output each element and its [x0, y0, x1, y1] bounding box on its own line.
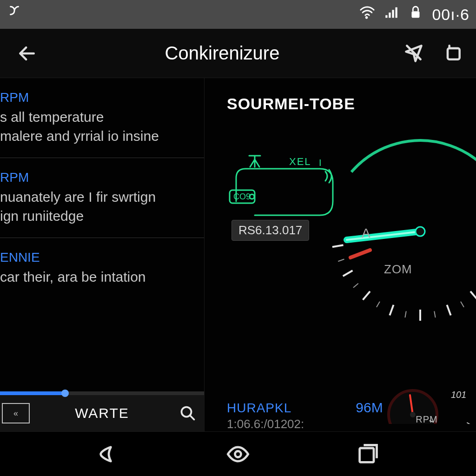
system-status-bar: 00ı·6	[0, 0, 476, 29]
power-button[interactable]	[443, 42, 463, 65]
svg-line-13	[434, 311, 435, 317]
eye-icon	[226, 442, 250, 466]
diagram-co-label: CO9	[233, 192, 251, 201]
android-nav-bar	[0, 431, 476, 476]
diagram-xel-label: XEL	[289, 156, 311, 167]
nav-recents-button[interactable]	[347, 440, 389, 468]
gauge-a-label: A	[362, 226, 370, 241]
list-item-title: ENNIE	[0, 250, 195, 265]
svg-line-5	[470, 291, 476, 300]
speed-gauge: 1 A ZOM	[323, 134, 476, 329]
search-icon	[179, 405, 196, 422]
svg-line-6	[447, 305, 450, 316]
main-content: RPM s all temperature malere and yrrial …	[0, 78, 476, 431]
svg-line-15	[377, 302, 380, 307]
list-item-title: RPM	[0, 170, 195, 185]
progress-slider[interactable]	[0, 391, 204, 395]
svg-point-21	[416, 227, 425, 236]
airplane-button[interactable]	[403, 42, 424, 65]
svg-line-30	[467, 423, 471, 424]
svg-line-18	[350, 250, 370, 258]
bottom-toolbar: « WARTE	[0, 395, 204, 431]
airplane-off-icon	[403, 42, 424, 63]
mini-tick-label: 101	[451, 390, 466, 400]
rpm-label: RPM	[416, 414, 437, 425]
list-item-desc: s all temperature malere and yrrial io i…	[0, 108, 195, 145]
progress-thumb[interactable]	[61, 390, 69, 397]
page-title: Conkirenizure	[41, 43, 403, 64]
mode-chip[interactable]: «	[2, 403, 30, 423]
list-item-title: RPM	[0, 90, 195, 105]
svg-point-34	[235, 451, 241, 457]
svg-rect-35	[359, 448, 373, 462]
gauge-needle	[347, 231, 420, 240]
svg-line-8	[390, 305, 393, 316]
version-badge: RS6.13.017	[231, 220, 309, 241]
svg-line-17	[338, 259, 344, 262]
list-item[interactable]: ENNIE car their, ara be intation	[0, 238, 204, 299]
nav-back-button[interactable]	[88, 440, 130, 468]
progress-fill	[0, 391, 65, 395]
power-icon	[443, 42, 463, 63]
svg-line-11	[332, 245, 344, 247]
clock-text: 00ı·6	[432, 6, 469, 24]
lock-icon	[408, 5, 423, 24]
recents-icon	[356, 442, 380, 466]
rpm-mini-gauge: 101 RPM	[380, 368, 473, 424]
list-item[interactable]: RPM nuanately are I fir swrtign ign runi…	[0, 158, 204, 238]
notification-icon	[7, 5, 22, 24]
svg-line-14	[405, 311, 406, 317]
nav-home-button[interactable]	[217, 440, 259, 468]
arrow-left-icon	[17, 43, 37, 64]
back-button[interactable]	[13, 40, 41, 67]
footer-key: HURAPKL	[227, 401, 291, 416]
svg-line-9	[363, 291, 370, 300]
svg-text:I: I	[319, 158, 322, 168]
settings-list: RPM s all temperature malere and yrrial …	[0, 78, 205, 431]
svg-line-10	[343, 271, 353, 276]
svg-point-29	[410, 412, 416, 417]
footer-sub: 1:06.6:/01202:	[227, 417, 304, 431]
app-title-bar: Conkirenizure	[0, 29, 476, 78]
back-soft-icon	[97, 442, 121, 466]
svg-line-12	[461, 302, 464, 307]
svg-rect-0	[412, 11, 420, 18]
list-item-desc: nuanately are I fir swrtign ign runiited…	[0, 188, 195, 225]
list-item-desc: car their, ara be intation	[0, 268, 195, 287]
dashboard-panel: SOURMEI-TOBE XEL I CO9 RS6.13.017	[205, 78, 476, 431]
signal-icon	[383, 5, 399, 24]
search-button[interactable]	[174, 400, 201, 427]
list-item[interactable]: RPM s all temperature malere and yrrial …	[0, 78, 204, 158]
gauge-zom-label: ZOM	[384, 262, 412, 277]
svg-line-16	[353, 284, 358, 288]
footer-value: 96M	[356, 400, 383, 416]
panel-heading: SOURMEI-TOBE	[227, 95, 476, 113]
wifi-icon	[359, 5, 375, 24]
bottom-label: WARTE	[30, 405, 174, 421]
